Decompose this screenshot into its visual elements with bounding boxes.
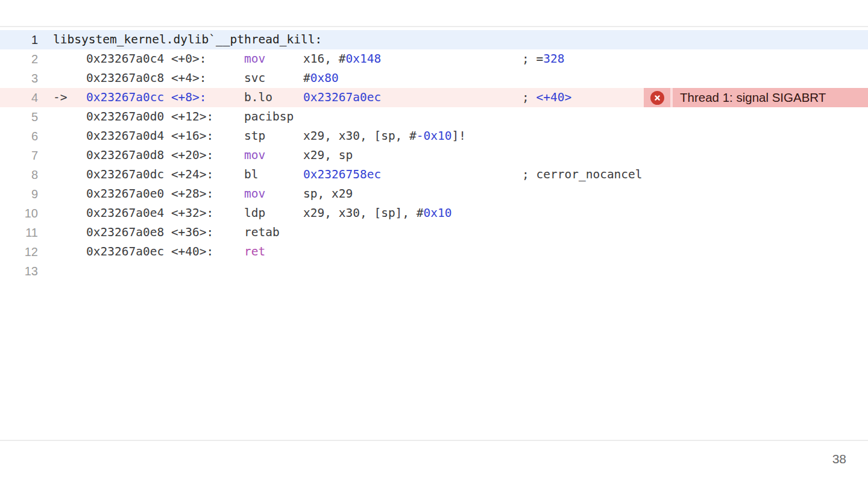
editor-top-border: [0, 26, 868, 27]
instruction-mnemonic: bl: [244, 165, 258, 184]
line-number[interactable]: 11: [0, 223, 38, 242]
code-token: svc: [244, 71, 265, 85]
instruction-operands: x29, x30, [sp], #0x10: [303, 204, 452, 223]
error-banner-text: Thread 1: signal SIGABRT: [673, 88, 868, 107]
code-token: pacibsp: [244, 110, 294, 124]
code-line-3[interactable]: 30x23267a0c8 <+4>:svc#0x80: [0, 69, 868, 88]
code-token: 0x10: [424, 206, 452, 220]
code-token: b.lo: [244, 90, 272, 104]
code-token: 0x23267a0ec <+40>:: [86, 245, 213, 258]
slide: 1libsystem_kernel.dylib`__pthread_kill:2…: [0, 0, 868, 488]
code-token: #: [303, 71, 310, 85]
code-token: 0x23267a0d4 <+16>:: [86, 129, 213, 143]
code-line-13[interactable]: 13: [0, 261, 868, 281]
code-token: mov: [244, 187, 265, 201]
code-line-7[interactable]: 70x23267a0d8 <+20>:movx29, sp: [0, 146, 868, 165]
line-number[interactable]: 3: [0, 69, 38, 88]
code-token: stp: [244, 129, 265, 143]
error-icon-cell[interactable]: [644, 88, 670, 107]
code-token: 0x23267a0c8 <+4>:: [86, 71, 207, 85]
instruction-mnemonic: ldp: [244, 204, 265, 223]
code-token: ret: [244, 245, 265, 258]
instruction-address: 0x23267a0ec <+40>:: [86, 242, 213, 261]
code-token: x29, sp: [303, 148, 353, 162]
code-token: x16, #: [303, 52, 345, 66]
instruction-mnemonic: b.lo: [244, 88, 272, 107]
instruction-address: 0x23267a0e4 <+32>:: [86, 204, 213, 223]
code-line-function-header[interactable]: 1libsystem_kernel.dylib`__pthread_kill:: [0, 30, 868, 49]
instruction-operands: 0x2326758ec: [303, 165, 381, 184]
code-token: 0x148: [345, 52, 381, 66]
code-line-11[interactable]: 110x23267a0e8 <+36>:retab: [0, 223, 868, 242]
code-token: 0x23267a0d8 <+20>:: [86, 148, 213, 162]
instruction-mnemonic: mov: [244, 49, 265, 69]
code-token: ]!: [452, 129, 466, 143]
instruction-mnemonic: stp: [244, 127, 265, 146]
line-number[interactable]: 8: [0, 165, 38, 184]
function-label: libsystem_kernel.dylib`__pthread_kill:: [53, 30, 322, 49]
code-token: 0x23267a0dc <+24>:: [86, 167, 213, 181]
code-token: x29, x30, [sp, #: [303, 129, 417, 143]
error-banner[interactable]: Thread 1: signal SIGABRT: [644, 88, 868, 107]
line-number[interactable]: 9: [0, 184, 38, 204]
instruction-address: 0x23267a0dc <+24>:: [86, 165, 213, 184]
code-token: 0x23267a0e4 <+32>:: [86, 206, 213, 220]
code-token: ;: [522, 90, 536, 104]
code-token: mov: [244, 52, 265, 66]
code-token: sp, x29: [303, 187, 353, 201]
code-token: 0x23267a0e8 <+36>:: [86, 225, 213, 239]
pc-arrow: ->: [53, 88, 67, 107]
instruction-mnemonic: mov: [244, 184, 265, 204]
code-token: 0x23267a0d0 <+12>:: [86, 110, 213, 124]
code-token: ; =: [522, 52, 543, 66]
code-token: ; cerror_nocancel: [522, 167, 643, 181]
instruction-address: 0x23267a0cc <+8>:: [86, 88, 207, 107]
code-token: ldp: [244, 206, 265, 220]
instruction-address: 0x23267a0c4 <+0>:: [86, 49, 207, 69]
line-number[interactable]: 10: [0, 204, 38, 223]
code-token: 0x23267a0ec: [303, 90, 381, 104]
code-line-12[interactable]: 120x23267a0ec <+40>:ret: [0, 242, 868, 261]
line-number[interactable]: 7: [0, 146, 38, 165]
instruction-operands: #0x80: [303, 69, 339, 88]
code-token: retab: [244, 225, 280, 239]
line-number[interactable]: 13: [0, 261, 38, 281]
line-number[interactable]: 1: [0, 30, 38, 49]
code-line-9[interactable]: 90x23267a0e0 <+28>:movsp, x29: [0, 184, 868, 204]
code-line-5[interactable]: 50x23267a0d0 <+12>:pacibsp: [0, 107, 868, 127]
line-number[interactable]: 12: [0, 242, 38, 261]
instruction-address: 0x23267a0e8 <+36>:: [86, 223, 213, 242]
instruction-operands: sp, x29: [303, 184, 353, 204]
code-token: x29, x30, [sp], #: [303, 206, 424, 220]
code-token: 0x80: [310, 71, 339, 85]
instruction-mnemonic: ret: [244, 242, 265, 261]
page-number: 38: [832, 452, 846, 466]
error-circle-x-icon: [650, 91, 664, 105]
line-number[interactable]: 4: [0, 88, 38, 107]
code-line-2[interactable]: 20x23267a0c4 <+0>:movx16, #0x148; =328: [0, 49, 868, 69]
code-line-10[interactable]: 100x23267a0e4 <+32>:ldpx29, x30, [sp], #…: [0, 204, 868, 223]
code-token: -0x10: [417, 129, 452, 143]
code-token: <+40>: [536, 90, 571, 104]
instruction-mnemonic: retab: [244, 223, 280, 242]
line-number[interactable]: 6: [0, 127, 38, 146]
code-token: bl: [244, 167, 258, 181]
code-line-6[interactable]: 60x23267a0d4 <+16>:stpx29, x30, [sp, #-0…: [0, 127, 868, 146]
instruction-address: 0x23267a0d0 <+12>:: [86, 107, 213, 127]
instruction-address: 0x23267a0e0 <+28>:: [86, 184, 213, 204]
instruction-address: 0x23267a0d8 <+20>:: [86, 146, 213, 165]
instruction-operands: x29, sp: [303, 146, 353, 165]
disassembly-editor: 1libsystem_kernel.dylib`__pthread_kill:2…: [0, 30, 868, 281]
editor-bottom-border: [0, 440, 868, 441]
code-rows: 1libsystem_kernel.dylib`__pthread_kill:2…: [0, 30, 868, 281]
instruction-operands: x29, x30, [sp, #-0x10]!: [303, 127, 466, 146]
instruction-comment: ; <+40>: [522, 88, 571, 107]
instruction-address: 0x23267a0d4 <+16>:: [86, 127, 213, 146]
instruction-comment: ; cerror_nocancel: [522, 165, 643, 184]
code-token: 0x23267a0c4 <+0>:: [86, 52, 207, 66]
code-token: 328: [543, 52, 564, 66]
code-line-8[interactable]: 80x23267a0dc <+24>:bl0x2326758ec; cerror…: [0, 165, 868, 184]
line-number[interactable]: 2: [0, 49, 38, 69]
line-number[interactable]: 5: [0, 107, 38, 127]
instruction-address: 0x23267a0c8 <+4>:: [86, 69, 207, 88]
